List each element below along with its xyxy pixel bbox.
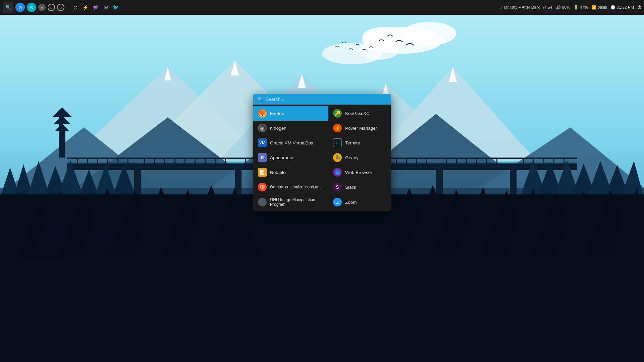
svg-marker-13 [298, 74, 306, 88]
taskbar-cpu[interactable]: ◎ 54 [543, 5, 552, 10]
taskbar-wifi[interactable]: 📶 oasis [591, 5, 607, 10]
keepassxc-icon: 🔑 [333, 109, 342, 118]
svg-point-2 [402, 22, 456, 45]
circle-icon-1: ⊙ [18, 5, 22, 10]
launcher-item-nitrogen[interactable]: ◉ nitrogen [253, 121, 328, 135]
svg-marker-77 [54, 116, 70, 124]
launcher-item-oomox[interactable]: 🎨 Oomox: customize icons and GTK... [253, 180, 328, 194]
svg-rect-66 [466, 158, 467, 164]
search-icon: 🔍 [5, 5, 11, 10]
firefox-label: Firefox [270, 111, 284, 116]
svg-marker-99 [57, 193, 111, 258]
svg-marker-103 [161, 189, 215, 258]
launcher-item-appearance[interactable]: 🖥 Appearance [253, 150, 328, 165]
svg-marker-100 [80, 188, 134, 255]
taskbar-music[interactable]: ♪ Mr.Kitty – After Dark [500, 5, 540, 10]
volume-icon: 🔊 [556, 5, 561, 10]
circle-icon-3: ● [41, 5, 43, 10]
svg-marker-111 [506, 188, 560, 255]
launcher-item-termite[interactable]: $_ Termite [328, 135, 391, 150]
taskbar-system-icon-3[interactable]: ● [38, 4, 46, 11]
virtualbox-icon: VM [258, 138, 267, 147]
taskbar-time[interactable]: 🕐 01:32 PM [610, 5, 634, 10]
circle-icon-2: ⊙ [30, 5, 34, 10]
taskbar-right: ♪ Mr.Kitty – After Dark ◎ 54 🔊 80% 🔋 47%… [500, 5, 641, 10]
launcher-search-input[interactable] [266, 97, 387, 102]
launcher-item-zoom[interactable]: Z Zoom [328, 194, 391, 210]
svg-marker-76 [52, 107, 72, 117]
termite-icon: $_ [333, 138, 342, 147]
svg-rect-43 [205, 158, 206, 164]
svg-marker-94 [621, 161, 644, 198]
power-icon: ⏻ [637, 5, 641, 10]
svg-marker-6 [67, 67, 268, 161]
svg-marker-11 [164, 67, 171, 80]
cpu-icon: ◎ [543, 5, 546, 10]
launcher-item-virtualbox[interactable]: VM Oracle VM VirtualBox [253, 135, 328, 150]
zoom-label: Zoom [345, 200, 357, 205]
taskbar-volume[interactable]: 🔊 80% [556, 5, 570, 10]
svg-rect-42 [195, 158, 196, 164]
svg-marker-81 [13, 164, 34, 198]
launcher-item-slack[interactable]: S Slack [328, 180, 391, 194]
wifi-icon: 📶 [591, 5, 596, 10]
svg-rect-32 [87, 158, 88, 164]
svg-marker-88 [520, 159, 547, 198]
svg-marker-110 [480, 190, 533, 258]
svg-marker-87 [111, 164, 138, 201]
volume-value: 80% [562, 5, 570, 10]
taskbar-power[interactable]: ⏻ [637, 5, 641, 10]
launcher-item-geany[interactable]: 🦆 Geany [328, 150, 391, 165]
svg-rect-73 [553, 158, 554, 164]
svg-marker-82 [27, 161, 50, 198]
svg-rect-45 [225, 158, 226, 164]
svg-rect-62 [416, 158, 417, 164]
svg-marker-16 [0, 127, 168, 194]
zoom-icon: Z [333, 198, 342, 206]
svg-rect-28 [510, 168, 517, 219]
launcher-item-firefox[interactable]: 🦊 Firefox [253, 106, 328, 121]
svg-marker-91 [570, 164, 597, 199]
svg-rect-35 [117, 158, 118, 164]
svg-marker-113 [557, 191, 610, 255]
svg-marker-20 [470, 127, 644, 194]
svg-rect-44 [215, 158, 216, 164]
taskbar-system-icon-5[interactable]: ○ [57, 4, 64, 11]
taskbar-app-reddit[interactable]: 👾 [92, 3, 100, 11]
svg-marker-93 [604, 165, 631, 199]
taskbar-app-twitter[interactable]: 🐦 [112, 3, 120, 11]
oomox-label: Oomox: customize icons and GTK... [270, 185, 324, 189]
taskbar-app-mail[interactable]: ✉ [102, 3, 110, 11]
svg-rect-41 [184, 158, 185, 164]
launcher-item-web-browser[interactable]: 🌐 Web Browser [328, 165, 391, 180]
launcher-item-gimp[interactable]: 🐾 GNU Image Manipulation Program [253, 194, 328, 210]
svg-point-1 [362, 27, 443, 54]
svg-marker-109 [456, 187, 510, 255]
launcher-item-keepassxc[interactable]: 🔑 KeePassXC [328, 106, 391, 121]
svg-marker-12 [231, 60, 239, 75]
notable-icon: 📝 [258, 168, 267, 177]
taskbar-system-icon-1[interactable]: ⊙ [15, 3, 25, 12]
geany-label: Geany [345, 155, 359, 160]
launcher-search-bar[interactable]: 🔍 [253, 94, 391, 105]
svg-rect-25 [235, 168, 241, 219]
taskbar-battery[interactable]: 🔋 47% [574, 5, 588, 10]
taskbar-divider-1 [68, 4, 68, 11]
gimp-label: GNU Image Manipulation Program [270, 197, 324, 207]
taskbar-system-icon-2[interactable]: ⊙ [27, 3, 36, 12]
taskbar-app-discord[interactable]: ⚡ [82, 3, 90, 11]
taskbar-search-button[interactable]: 🔍 [3, 2, 13, 13]
taskbar-system-icon-4[interactable]: ○ [48, 4, 55, 11]
taskbar: 🔍 ⊙ ⊙ ● ○ ○ G ⚡ 👾 ✉ 🐦 ♪ Mr.Kitty – After… [0, 0, 644, 15]
svg-rect-33 [97, 158, 98, 164]
svg-marker-101 [107, 190, 161, 258]
launcher-item-notable[interactable]: 📝 Notable [253, 165, 328, 180]
svg-marker-108 [429, 189, 483, 258]
firefox-icon: 🦊 [258, 109, 267, 118]
launcher-item-power-manager[interactable]: ⚡ Power Manager [328, 121, 391, 135]
taskbar-app-google[interactable]: G [71, 3, 79, 11]
svg-rect-75 [59, 117, 61, 158]
svg-rect-38 [154, 158, 155, 164]
svg-marker-83 [44, 166, 67, 198]
svg-rect-63 [426, 158, 427, 164]
